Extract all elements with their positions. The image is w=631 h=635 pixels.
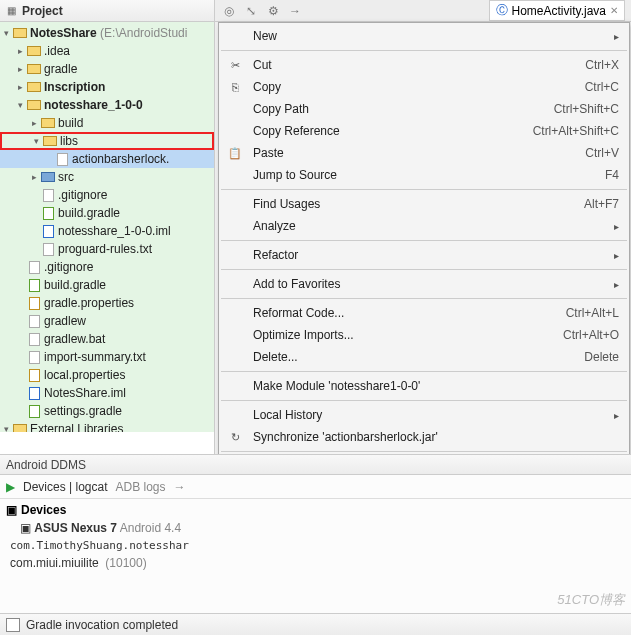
tree-libs[interactable]: ▾libs	[0, 132, 214, 150]
menu-separator	[221, 189, 627, 190]
menu-findusage[interactable]: Find UsagesAlt+F7	[219, 193, 629, 215]
tree-extlib[interactable]: ▾External Libraries	[0, 420, 214, 432]
run-icon[interactable]: ▶	[6, 480, 15, 494]
tree-src[interactable]: ▸src	[0, 168, 214, 186]
tree-inscription[interactable]: ▸Inscription	[0, 78, 214, 96]
tree-settings[interactable]: settings.gradle	[0, 402, 214, 420]
root-name: NotesShare	[30, 26, 97, 40]
menu-reformat[interactable]: Reformat Code...Ctrl+Alt+L	[219, 302, 629, 324]
process-row[interactable]: com.TimothyShuang.notesshar	[6, 539, 625, 552]
tree-gitignore1[interactable]: .gitignore	[0, 186, 214, 204]
panel-title: Project	[22, 4, 63, 18]
sync-icon: ↻	[227, 429, 243, 445]
menu-separator	[221, 400, 627, 401]
ddms-panel: Android DDMS ▶ Devices | logcat ADB logs…	[0, 454, 631, 613]
tree-iml1[interactable]: notesshare_1-0-0.iml	[0, 222, 214, 240]
project-tree[interactable]: ▾NotesShare (E:\AndroidStudi ▸.idea ▸gra…	[0, 22, 214, 432]
menu-analyze[interactable]: Analyze▸	[219, 215, 629, 237]
device-row[interactable]: ▣ ASUS Nexus 7 Android 4.4	[6, 521, 625, 535]
tree-iml2[interactable]: NotesShare.iml	[0, 384, 214, 402]
chevron-right-icon: ▸	[614, 31, 619, 42]
status-text: Gradle invocation completed	[26, 618, 178, 632]
chevron-right-icon: ▸	[614, 279, 619, 290]
minimize-icon[interactable]: →	[287, 3, 303, 19]
tree-libfile[interactable]: actionbarsherlock.	[0, 150, 214, 168]
tree-localprops[interactable]: local.properties	[0, 366, 214, 384]
arrow-icon[interactable]: →	[174, 480, 186, 494]
gear-icon[interactable]: ⚙	[265, 3, 281, 19]
tree-gradle-top[interactable]: ▸gradle	[0, 60, 214, 78]
menu-separator	[221, 50, 627, 51]
menu-copypath[interactable]: Copy PathCtrl+Shift+C	[219, 98, 629, 120]
menu-separator	[221, 451, 627, 452]
paste-icon: 📋	[227, 145, 243, 161]
tab-label: HomeActivity.java	[512, 4, 606, 18]
tree-buildgradle2[interactable]: build.gradle	[0, 276, 214, 294]
menu-addfav[interactable]: Add to Favorites▸	[219, 273, 629, 295]
project-view-icon[interactable]: ▦	[4, 4, 18, 18]
menu-separator	[221, 269, 627, 270]
ddms-tab-adb[interactable]: ADB logs	[116, 480, 166, 494]
menu-optimp[interactable]: Optimize Imports...Ctrl+Alt+O	[219, 324, 629, 346]
collapse-icon[interactable]: ⤡	[243, 3, 259, 19]
devices-header: ▣Devices	[6, 503, 625, 517]
java-file-icon: Ⓒ	[496, 2, 508, 19]
tree-module[interactable]: ▾notesshare_1-0-0	[0, 96, 214, 114]
target-icon[interactable]: ◎	[221, 3, 237, 19]
tree-build[interactable]: ▸build	[0, 114, 214, 132]
process-row[interactable]: com.miui.miuilite (10100)	[6, 556, 625, 570]
tree-gradlew[interactable]: gradlew	[0, 312, 214, 330]
tree-idea[interactable]: ▸.idea	[0, 42, 214, 60]
tree-gradleprops[interactable]: gradle.properties	[0, 294, 214, 312]
menu-makemod[interactable]: Make Module 'notesshare1-0-0'	[219, 375, 629, 397]
menu-jump[interactable]: Jump to SourceF4	[219, 164, 629, 186]
tree-importsum[interactable]: import-summary.txt	[0, 348, 214, 366]
menu-delete[interactable]: Delete...Delete	[219, 346, 629, 368]
ddms-tab-devices[interactable]: Devices | logcat	[23, 480, 108, 494]
ddms-body: ▣Devices ▣ ASUS Nexus 7 Android 4.4 com.…	[0, 499, 631, 574]
cut-icon: ✂	[227, 57, 243, 73]
tree-proguard[interactable]: proguard-rules.txt	[0, 240, 214, 258]
chevron-right-icon: ▸	[614, 250, 619, 261]
project-panel: ▦ Project ▾NotesShare (E:\AndroidStudi ▸…	[0, 0, 215, 454]
status-icon[interactable]	[6, 618, 20, 632]
menu-localhist[interactable]: Local History▸	[219, 404, 629, 426]
menu-copyref[interactable]: Copy ReferenceCtrl+Alt+Shift+C	[219, 120, 629, 142]
menu-refactor[interactable]: Refactor▸	[219, 244, 629, 266]
tree-buildgradle1[interactable]: build.gradle	[0, 204, 214, 222]
editor-tab[interactable]: Ⓒ HomeActivity.java ✕	[489, 0, 625, 21]
menu-cut[interactable]: ✂CutCtrl+X	[219, 54, 629, 76]
chevron-right-icon: ▸	[614, 221, 619, 232]
chevron-right-icon: ▸	[614, 410, 619, 421]
editor-tab-area: ◎ ⤡ ⚙ → Ⓒ HomeActivity.java ✕	[215, 0, 631, 22]
tree-gitignore2[interactable]: .gitignore	[0, 258, 214, 276]
tree-root[interactable]: ▾NotesShare (E:\AndroidStudi	[0, 24, 214, 42]
menu-copy[interactable]: ⎘CopyCtrl+C	[219, 76, 629, 98]
ddms-tabs: ▶ Devices | logcat ADB logs →	[0, 475, 631, 499]
menu-paste[interactable]: 📋PasteCtrl+V	[219, 142, 629, 164]
panel-header: ▦ Project	[0, 0, 214, 22]
status-bar: Gradle invocation completed	[0, 613, 631, 635]
menu-separator	[221, 240, 627, 241]
tree-gradlewbat[interactable]: gradlew.bat	[0, 330, 214, 348]
close-icon[interactable]: ✕	[610, 5, 618, 16]
root-path: (E:\AndroidStudi	[100, 26, 187, 40]
menu-separator	[221, 371, 627, 372]
device-icon: ▣	[6, 503, 17, 517]
menu-sync[interactable]: ↻Synchronize 'actionbarsherlock.jar'	[219, 426, 629, 448]
copy-icon: ⎘	[227, 79, 243, 95]
menu-separator	[221, 298, 627, 299]
ddms-title: Android DDMS	[0, 455, 631, 475]
menu-new[interactable]: New▸	[219, 25, 629, 47]
